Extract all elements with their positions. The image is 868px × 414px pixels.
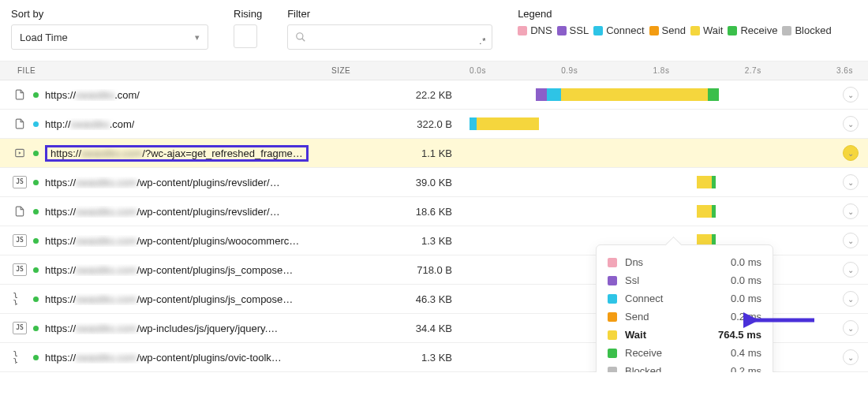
expand-button[interactable]: ⌄ bbox=[843, 174, 859, 190]
timing-bar bbox=[470, 205, 836, 218]
timeline-tick: 0.9s bbox=[561, 66, 578, 75]
expand-button[interactable]: ⌄ bbox=[843, 320, 859, 336]
chevron-down-icon: ⌄ bbox=[847, 237, 854, 245]
js-file-icon: JS bbox=[13, 234, 27, 247]
popup-value: 0.2 ms bbox=[731, 365, 761, 372]
timeline-tick: 3.6s bbox=[836, 66, 853, 75]
chevron-down-icon: ⌄ bbox=[847, 178, 854, 187]
file-cell: JShttps://swastiks.com/wp-includes/js/jq… bbox=[0, 322, 331, 334]
expand-button[interactable]: ⌄ bbox=[843, 291, 859, 307]
legend-label: Legend bbox=[518, 8, 832, 20]
chevron-down-icon: ⌄ bbox=[847, 353, 854, 362]
chevron-down-icon: ⌄ bbox=[847, 149, 854, 158]
timing-segment bbox=[536, 88, 547, 101]
table-row[interactable]: JShttps://swastiks.com/wp-content/plugin… bbox=[0, 168, 868, 197]
file-cell: JShttps://swastiks.com/wp-content/plugin… bbox=[0, 263, 331, 276]
rising-label: Rising bbox=[234, 8, 262, 20]
size-cell: 1.3 KB bbox=[331, 235, 470, 247]
timing-segment bbox=[712, 205, 716, 218]
expand-button[interactable]: ⌄ bbox=[843, 203, 859, 219]
request-url[interactable]: https://swastiks.com/wp-includes/js/jque… bbox=[45, 323, 278, 334]
timing-popup: Dns0.0 msSsl0.0 msConnect0.0 msSend0.2 m… bbox=[596, 244, 773, 372]
timeline-cell: ⌄ bbox=[470, 110, 868, 138]
expand-button[interactable]: ⌄ bbox=[843, 233, 859, 248]
popup-swatch bbox=[608, 276, 617, 285]
size-cell: 1.3 KB bbox=[331, 352, 470, 364]
status-dot bbox=[33, 326, 39, 331]
popup-label: Blocked bbox=[625, 365, 731, 372]
chevron-down-icon: ⌄ bbox=[847, 207, 854, 216]
popup-label: Connect bbox=[625, 293, 731, 304]
legend-items: DNSSSLConnectSendWaitReceiveBlocked bbox=[518, 24, 832, 36]
search-icon bbox=[294, 32, 307, 43]
popup-row: Ssl0.0 ms bbox=[608, 271, 761, 289]
popup-row: Receive0.4 ms bbox=[608, 344, 761, 362]
size-cell: 718.0 B bbox=[331, 264, 470, 276]
expand-button[interactable]: ⌄ bbox=[843, 87, 859, 103]
expand-button[interactable]: ⌄ bbox=[843, 349, 859, 365]
request-url[interactable]: https://swastiks.com/?wc-ajax=get_refres… bbox=[45, 145, 309, 162]
request-url[interactable]: https://swastiks.com/wp-content/plugins/… bbox=[45, 264, 293, 276]
col-header-file[interactable]: FILE bbox=[0, 66, 331, 75]
sort-by-select[interactable]: Load Time ▾ bbox=[11, 24, 208, 50]
request-url[interactable]: https://swastiks.com/wp-content/plugins/… bbox=[45, 206, 280, 218]
timing-bar bbox=[470, 176, 836, 188]
file-cell: http://swastiks.com/ bbox=[0, 117, 331, 130]
legend-text: SSL bbox=[570, 24, 589, 36]
timing-segment bbox=[470, 117, 477, 130]
popup-value: 764.5 ms bbox=[718, 329, 761, 341]
filter-label: Filter bbox=[287, 8, 492, 20]
legend-swatch bbox=[518, 26, 527, 35]
popup-row: Wait764.5 ms bbox=[608, 326, 761, 344]
status-dot bbox=[33, 355, 39, 360]
legend-swatch bbox=[557, 26, 567, 35]
svg-point-0 bbox=[297, 33, 303, 39]
col-header-size[interactable]: SIZE bbox=[331, 66, 470, 75]
popup-label: Wait bbox=[625, 329, 718, 341]
expand-button[interactable]: ⌄ bbox=[843, 116, 859, 132]
controls-bar: Sort by Load Time ▾ Rising Filter .* Leg… bbox=[0, 0, 868, 61]
waterfall-table: FILE SIZE 0.0s0.9s1.8s2.7s3.6s https://s… bbox=[0, 61, 868, 372]
popup-row: Blocked0.2 ms bbox=[608, 362, 761, 372]
chevron-down-icon: ⌄ bbox=[847, 324, 854, 333]
file-cell: https://swastiks.com/wp-content/plugins/… bbox=[0, 205, 331, 218]
size-cell: 322.0 B bbox=[331, 118, 470, 130]
size-cell: 18.6 KB bbox=[331, 206, 470, 218]
popup-value: 0.4 ms bbox=[731, 347, 761, 359]
request-url[interactable]: https://swastiks.com/wp-content/plugins/… bbox=[45, 352, 282, 364]
status-dot bbox=[33, 238, 39, 244]
table-row[interactable]: https://swastiks.com/22.2 KB⌄ bbox=[0, 80, 868, 110]
popup-value: 0.0 ms bbox=[731, 274, 761, 286]
expand-button[interactable]: ⌄ bbox=[843, 145, 859, 161]
legend-text: Receive bbox=[740, 24, 777, 36]
js-file-icon: JS bbox=[13, 263, 27, 276]
expand-button[interactable]: ⌄ bbox=[843, 262, 859, 278]
popup-swatch bbox=[608, 294, 617, 304]
legend-item-connect: Connect bbox=[593, 24, 644, 36]
status-dot bbox=[33, 297, 39, 302]
table-row[interactable]: https://swastiks.com/?wc-ajax=get_refres… bbox=[0, 139, 868, 168]
legend-text: Send bbox=[662, 24, 686, 36]
chevron-down-icon: ⌄ bbox=[847, 91, 854, 99]
request-url[interactable]: https://swastiks.com/wp-content/plugins/… bbox=[45, 177, 280, 188]
request-url[interactable]: https://swastiks.com/ bbox=[45, 89, 140, 101]
chevron-down-icon: ⌄ bbox=[847, 266, 854, 274]
request-url[interactable]: https://swastiks.com/wp-content/plugins/… bbox=[45, 235, 299, 247]
table-header: FILE SIZE 0.0s0.9s1.8s2.7s3.6s bbox=[0, 62, 868, 80]
legend-group: Legend DNSSSLConnectSendWaitReceiveBlock… bbox=[518, 8, 832, 36]
table-row[interactable]: https://swastiks.com/wp-content/plugins/… bbox=[0, 197, 868, 226]
html-file-icon bbox=[13, 205, 27, 218]
legend-swatch bbox=[728, 26, 737, 35]
filter-input-wrap[interactable]: .* bbox=[287, 24, 492, 50]
request-url[interactable]: http://swastiks.com/ bbox=[45, 118, 134, 130]
size-cell: 34.4 KB bbox=[331, 323, 470, 334]
chevron-down-icon: ▾ bbox=[195, 32, 200, 43]
table-row[interactable]: http://swastiks.com/322.0 B⌄ bbox=[0, 110, 868, 139]
status-dot bbox=[33, 267, 39, 273]
request-url[interactable]: https://swastiks.com/wp-content/plugins/… bbox=[45, 293, 293, 305]
filter-input[interactable] bbox=[312, 32, 485, 43]
popup-row: Send0.2 ms bbox=[608, 308, 761, 326]
rising-checkbox[interactable] bbox=[234, 24, 257, 48]
timing-segment bbox=[697, 205, 712, 218]
file-cell: JShttps://swastiks.com/wp-content/plugin… bbox=[0, 234, 331, 247]
